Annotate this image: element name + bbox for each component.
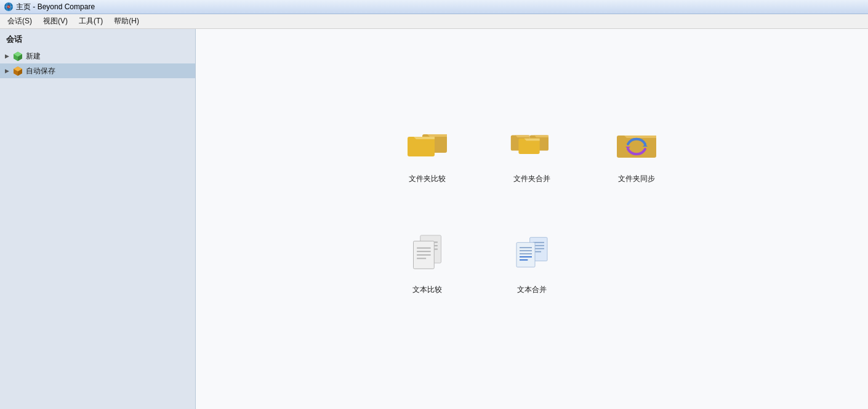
- menubar: 会话(S) 视图(V) 工具(T) 帮助(H): [0, 14, 868, 29]
- tile-folder-compare-label: 文件夹比较: [409, 174, 446, 184]
- green-cube-icon: [12, 51, 23, 62]
- tile-folder-sync[interactable]: 文件夹同步: [587, 102, 686, 201]
- empty-cell: [587, 213, 686, 312]
- menu-view[interactable]: 视图(V): [38, 15, 73, 28]
- sidebar-item-autosave-label: 自动保存: [26, 66, 55, 76]
- action-tiles-grid: 文件夹比较 文件夹合并: [378, 102, 686, 312]
- svg-rect-14: [408, 137, 435, 156]
- sidebar-item-new-label: 新建: [26, 51, 41, 62]
- tile-folder-merge[interactable]: 文件夹合并: [483, 102, 581, 201]
- gold-cube-icon: [12, 65, 23, 76]
- folder-sync-icon: [612, 118, 661, 168]
- sidebar-item-new[interactable]: ▶ 新建: [0, 49, 195, 63]
- app-icon: [4, 2, 14, 12]
- tile-folder-sync-label: 文件夹同步: [618, 174, 655, 184]
- content-area: 文件夹比较 文件夹合并: [196, 29, 868, 409]
- text-merge-icon: [507, 229, 557, 278]
- sidebar-item-autosave[interactable]: ▶ 自动保存: [0, 63, 195, 78]
- folder-merge-icon: [507, 118, 557, 168]
- svg-rect-17: [518, 139, 539, 154]
- tile-folder-merge-label: 文件夹合并: [513, 174, 550, 184]
- sidebar: 会话 ▶ 新建 ▶: [0, 29, 196, 409]
- titlebar: 主页 - Beyond Compare: [0, 0, 868, 14]
- expand-arrow-autosave: ▶: [4, 68, 10, 74]
- text-compare-icon: [403, 229, 452, 278]
- tile-text-compare-label: 文本比较: [412, 285, 442, 295]
- svg-rect-36: [516, 243, 535, 267]
- menu-help[interactable]: 帮助(H): [109, 15, 144, 28]
- title-text: 主页 - Beyond Compare: [16, 2, 95, 12]
- tile-text-merge[interactable]: 文本合并: [483, 213, 581, 312]
- tile-text-compare[interactable]: 文本比较: [378, 213, 476, 312]
- tile-folder-compare[interactable]: 文件夹比较: [378, 102, 476, 201]
- sidebar-header: 会话: [0, 31, 195, 49]
- menu-session[interactable]: 会话(S): [2, 15, 37, 28]
- main-layout: 会话 ▶ 新建 ▶: [0, 29, 868, 409]
- expand-arrow-new: ▶: [4, 53, 10, 59]
- tile-text-merge-label: 文本合并: [517, 285, 547, 295]
- folder-compare-icon: [403, 118, 452, 168]
- menu-tools[interactable]: 工具(T): [74, 15, 108, 28]
